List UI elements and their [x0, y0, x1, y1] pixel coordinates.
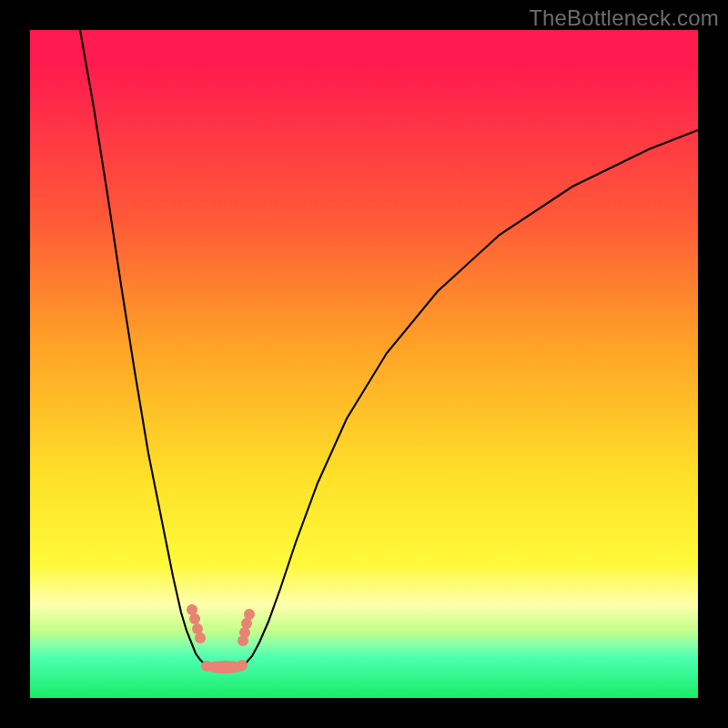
marker-right-2	[241, 618, 252, 629]
watermark-text: TheBottleneck.com	[529, 5, 719, 31]
series-left-branch	[80, 30, 212, 667]
chart-svg	[30, 30, 698, 698]
marker-valley-left-cap	[201, 661, 212, 672]
series-right-branch	[245, 130, 698, 664]
chart-plot-area	[30, 30, 698, 698]
marker-right-4	[238, 635, 248, 646]
chart-frame: TheBottleneck.com	[0, 0, 728, 728]
marker-left-4	[195, 632, 206, 643]
marker-left-2	[189, 613, 200, 624]
marker-valley-right-cap	[237, 660, 248, 671]
